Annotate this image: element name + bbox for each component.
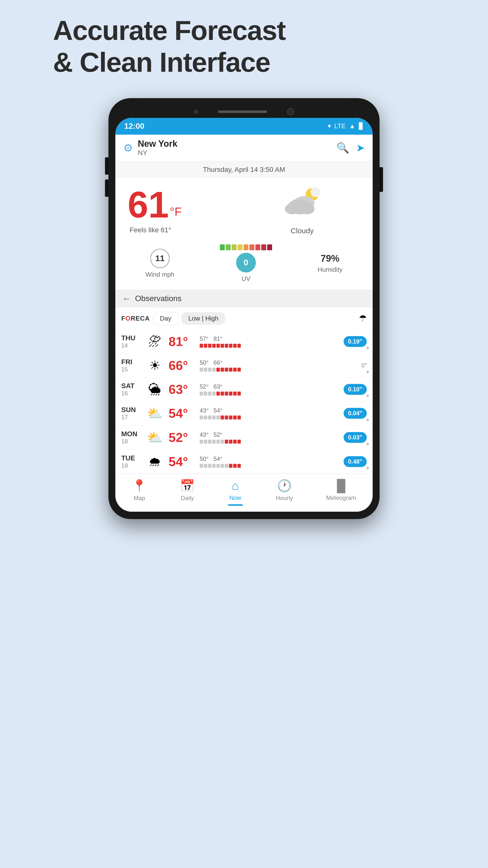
bar-segment-gray [208, 392, 212, 396]
bar-segment-gray [204, 415, 207, 420]
high-temp: 54° [214, 456, 222, 462]
bar-segment-gray [204, 440, 207, 444]
bar-segment-red [225, 368, 228, 372]
status-time: 12:00 [124, 122, 144, 131]
bar-segment-red [237, 344, 241, 348]
power-button[interactable] [380, 167, 383, 192]
bar-segment-red [204, 344, 207, 348]
bar-segment-gray [221, 464, 224, 468]
location-arrow-icon[interactable]: ➤ [356, 142, 365, 154]
bar-segment-red [225, 392, 228, 396]
bar-segment-red [221, 415, 224, 420]
day-name: MON [121, 430, 141, 438]
bar-segment-gray [217, 464, 220, 468]
forecast-row[interactable]: TUE19🌧54°50°54°0.48"▾ [115, 450, 373, 474]
uv-segment [232, 244, 237, 250]
bar-segment-gray [204, 392, 207, 396]
uv-circle: 0 [236, 253, 256, 273]
bar-segment-red [233, 344, 237, 348]
forecast-row[interactable]: THU14⛈81°57°81°0.19"▾ [115, 330, 373, 353]
vol-up-button[interactable] [105, 157, 108, 175]
nav-item-daily[interactable]: 📅Daily [180, 479, 195, 506]
back-arrow-icon[interactable]: ← [122, 293, 131, 304]
bar-segment-red [237, 415, 241, 420]
bar-segment-gray [212, 415, 216, 420]
temp-bar-section: 50°54° [200, 456, 339, 468]
wind-value: 11 [155, 253, 165, 263]
bar-segment-gray [212, 440, 216, 444]
day-number: 18 [121, 438, 141, 445]
nav-item-map[interactable]: 📍Map [132, 479, 147, 506]
high-temp: 81° [214, 335, 222, 342]
precip-badge: 0.03" [344, 432, 367, 443]
settings-icon[interactable]: ⚙ [123, 142, 133, 154]
uv-stat: 0 UV [220, 244, 272, 283]
weather-description: Cloudy [244, 227, 360, 235]
bar-segment-red [229, 464, 232, 468]
day-column: TUE19 [121, 454, 141, 469]
search-icon[interactable]: 🔍 [336, 142, 349, 154]
forecast-row[interactable]: FRI15☀66°50°66°0"▾ [115, 353, 373, 377]
forecast-row[interactable]: MON18⛅52°43°52°0.03"▾ [115, 426, 373, 450]
nav-item-now[interactable]: ⌂Now [228, 479, 243, 506]
day-column: SAT16 [121, 382, 141, 397]
row-chevron-icon: ▾ [366, 416, 369, 424]
bar-segment-red [237, 464, 241, 468]
svg-point-5 [285, 204, 300, 214]
vol-down-button[interactable] [105, 180, 108, 197]
nav-label-hourly: Hourly [276, 495, 293, 502]
nav-item-hourly[interactable]: 🕐Hourly [276, 479, 293, 506]
observations-bar[interactable]: ← Observations [115, 290, 373, 308]
forecast-row[interactable]: SUN17⛅54°43°54°0.04"▾ [115, 401, 373, 426]
uv-segment [220, 244, 225, 250]
row-chevron-icon: ▾ [366, 392, 369, 399]
bar-segment-gray [212, 464, 216, 468]
day-number: 14 [121, 342, 141, 349]
humidity-stat: 79% Humidity [318, 253, 343, 274]
forecast-list: THU14⛈81°57°81°0.19"▾FRI15☀66°50°66°0"▾S… [115, 330, 373, 474]
day-name: FRI [121, 358, 141, 366]
forecast-row[interactable]: SAT16🌦63°52°63°0.10"▾ [115, 377, 373, 401]
bar-segment-red [233, 464, 237, 468]
precip-zero: 0" [354, 362, 367, 369]
uv-segment [261, 244, 266, 250]
uv-label: UV [241, 275, 251, 283]
volume-buttons [105, 157, 108, 197]
bar-segment-gray [217, 440, 220, 444]
row-chevron-icon: ▾ [366, 465, 369, 471]
bar-segment-red [229, 440, 232, 444]
uv-segment [267, 244, 272, 250]
top-bar-icons: 🔍 ➤ [336, 142, 365, 154]
notch-speaker [218, 111, 267, 113]
bar-segment-red [237, 440, 241, 444]
tab-day[interactable]: Day [153, 312, 178, 325]
notch-dot-left [194, 110, 198, 114]
day-temperature: 66° [169, 358, 196, 373]
bar-segment-red [225, 440, 228, 444]
day-column: SUN17 [121, 406, 141, 421]
tab-low-high[interactable]: Low | High [182, 312, 225, 325]
nav-item-meteogram[interactable]: ▐▌Meteogram [326, 479, 356, 506]
uv-bar [220, 244, 272, 250]
day-name: SAT [121, 382, 141, 390]
uv-segment [237, 244, 242, 250]
nav-active-indicator [228, 504, 243, 506]
bar-segment-gray [217, 415, 220, 420]
nav-icon-now: ⌂ [232, 479, 239, 492]
bar-segment-red [229, 392, 232, 396]
bar-segment-red [225, 415, 228, 420]
day-column: MON18 [121, 430, 141, 445]
high-temp: 52° [214, 431, 222, 438]
day-temperature: 54° [169, 454, 196, 469]
bar-segment-gray [200, 440, 203, 444]
weather-icon-small: 🌦 [145, 382, 165, 397]
day-temperature: 52° [169, 430, 196, 445]
wind-circle: 11 [150, 249, 170, 268]
bar-segment-gray [204, 368, 207, 372]
bar-segment-red [212, 344, 216, 348]
precip-badge: 0.48" [344, 456, 367, 467]
temperature-bar [200, 415, 241, 420]
temp-bar-section: 52°63° [200, 383, 339, 396]
nav-icon-daily: 📅 [180, 479, 195, 493]
battery-icon: ▊ [359, 122, 364, 130]
